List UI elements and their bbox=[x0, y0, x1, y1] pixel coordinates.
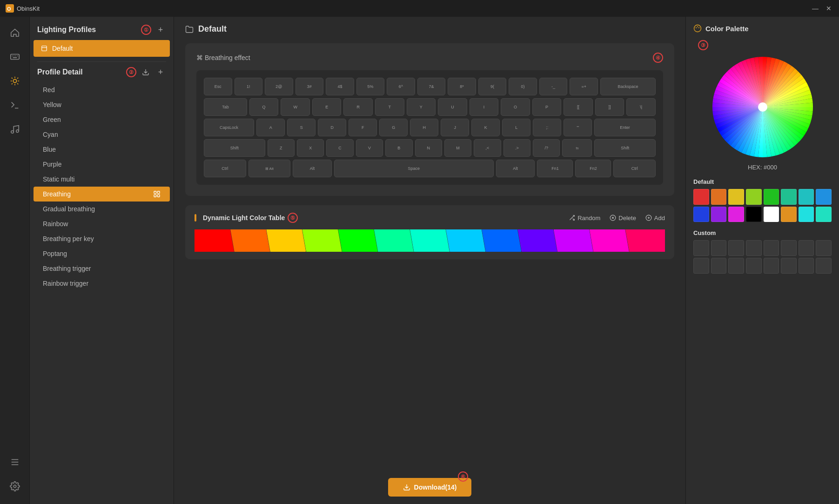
custom-color-7[interactable] bbox=[816, 240, 832, 256]
default-color-14[interactable] bbox=[799, 207, 814, 222]
key-enter[interactable]: Enter bbox=[594, 119, 656, 136]
key-k[interactable]: K bbox=[471, 119, 500, 136]
download-button[interactable]: Download(14) bbox=[388, 478, 472, 497]
key-0[interactable]: 0) bbox=[509, 78, 537, 95]
key-alt-right[interactable]: Alt bbox=[496, 160, 535, 177]
custom-color-5[interactable] bbox=[781, 240, 797, 256]
key-esc[interactable]: Esc bbox=[204, 78, 232, 95]
key-d[interactable]: D bbox=[318, 119, 346, 136]
detail-blue[interactable]: Blue bbox=[34, 142, 170, 157]
color-swatch-8[interactable] bbox=[482, 229, 521, 252]
color-swatch-12[interactable] bbox=[625, 229, 665, 252]
custom-color-15[interactable] bbox=[816, 258, 832, 274]
key-shift-left[interactable]: Shift bbox=[204, 139, 265, 157]
key-slash[interactable]: /? bbox=[533, 139, 560, 157]
detail-purple[interactable]: Purple bbox=[34, 157, 170, 172]
nav-settings[interactable] bbox=[5, 476, 25, 497]
minimize-button[interactable]: — bbox=[812, 5, 819, 12]
default-color-12[interactable] bbox=[764, 207, 779, 222]
default-color-7[interactable] bbox=[816, 189, 832, 205]
custom-color-4[interactable] bbox=[764, 240, 779, 256]
default-color-10[interactable] bbox=[728, 207, 744, 222]
detail-gradual-breathing[interactable]: Gradual breathing bbox=[34, 202, 170, 216]
custom-color-2[interactable] bbox=[728, 240, 744, 256]
color-swatch-5[interactable] bbox=[374, 229, 414, 252]
key-tab[interactable]: Tab bbox=[204, 98, 247, 116]
default-color-5[interactable] bbox=[781, 189, 797, 205]
color-swatch-0[interactable] bbox=[195, 229, 234, 252]
key-y[interactable]: Y bbox=[407, 98, 436, 116]
key-4[interactable]: 4$ bbox=[326, 78, 354, 95]
color-wheel[interactable] bbox=[711, 56, 814, 158]
detail-breathing[interactable]: Breathing bbox=[34, 187, 170, 202]
key-fn1[interactable]: Fn1 bbox=[537, 160, 573, 177]
custom-color-8[interactable] bbox=[693, 258, 709, 274]
default-color-1[interactable] bbox=[711, 189, 727, 205]
key-f[interactable]: F bbox=[349, 119, 377, 136]
nav-lighting[interactable] bbox=[5, 71, 25, 91]
key-p[interactable]: P bbox=[532, 98, 562, 116]
key-7[interactable]: 7& bbox=[417, 78, 446, 95]
custom-color-9[interactable] bbox=[711, 258, 727, 274]
key-5[interactable]: 5% bbox=[356, 78, 385, 95]
key-6[interactable]: 6^ bbox=[387, 78, 415, 95]
key-shift-right[interactable]: Shift bbox=[594, 139, 656, 157]
color-swatch-1[interactable] bbox=[230, 229, 270, 252]
color-swatch-9[interactable] bbox=[517, 229, 557, 252]
key-ctrl-left[interactable]: Ctrl bbox=[204, 160, 246, 177]
key-9[interactable]: 9( bbox=[478, 78, 507, 95]
key-3[interactable]: 3# bbox=[295, 78, 324, 95]
key-z[interactable]: Z bbox=[268, 139, 295, 157]
key-o[interactable]: O bbox=[501, 98, 530, 116]
key-space[interactable]: Space bbox=[334, 160, 494, 177]
detail-rainbow[interactable]: Rainbow bbox=[34, 216, 170, 231]
custom-color-13[interactable] bbox=[781, 258, 797, 274]
key-lbracket[interactable]: [[ bbox=[564, 98, 593, 116]
key-s[interactable]: S bbox=[287, 119, 315, 136]
key-w[interactable]: W bbox=[281, 98, 310, 116]
color-swatch-10[interactable] bbox=[554, 229, 593, 252]
color-swatch-11[interactable] bbox=[590, 229, 629, 252]
detail-rainbow-trigger[interactable]: Rainbow trigger bbox=[34, 276, 170, 291]
key-t[interactable]: T bbox=[375, 98, 404, 116]
color-swatch-3[interactable] bbox=[302, 229, 342, 252]
key-r[interactable]: R bbox=[343, 98, 373, 116]
close-button[interactable]: ✕ bbox=[826, 5, 832, 12]
detail-cyan[interactable]: Cyan bbox=[34, 127, 170, 142]
key-l[interactable]: L bbox=[502, 119, 530, 136]
color-swatch-4[interactable] bbox=[338, 229, 378, 252]
custom-color-0[interactable] bbox=[693, 240, 709, 256]
key-i[interactable]: I bbox=[470, 98, 499, 116]
key-e[interactable]: E bbox=[312, 98, 342, 116]
delete-button[interactable]: Delete bbox=[610, 215, 636, 222]
add-detail-button[interactable]: + bbox=[155, 67, 166, 78]
key-comma[interactable]: ,< bbox=[474, 139, 501, 157]
detail-breathing-trigger[interactable]: Breathing trigger bbox=[34, 261, 170, 276]
detail-poptang[interactable]: Poptang bbox=[34, 246, 170, 261]
key-g[interactable]: G bbox=[379, 119, 408, 136]
key-8[interactable]: 8* bbox=[448, 78, 476, 95]
default-color-2[interactable] bbox=[728, 189, 744, 205]
random-button[interactable]: Random bbox=[569, 215, 600, 222]
detail-yellow[interactable]: Yellow bbox=[34, 97, 170, 112]
default-color-8[interactable] bbox=[693, 207, 709, 222]
key-j[interactable]: J bbox=[441, 119, 469, 136]
key-x[interactable]: X bbox=[297, 139, 324, 157]
key-b[interactable]: B bbox=[385, 139, 412, 157]
key-v[interactable]: V bbox=[356, 139, 383, 157]
add-color-button[interactable]: Add bbox=[645, 215, 665, 222]
nav-layers[interactable] bbox=[5, 452, 25, 472]
default-color-13[interactable] bbox=[781, 207, 797, 222]
key-quote[interactable]: '" bbox=[564, 119, 592, 136]
default-color-3[interactable] bbox=[746, 189, 762, 205]
default-color-15[interactable] bbox=[816, 207, 832, 222]
custom-color-11[interactable] bbox=[746, 258, 762, 274]
key-minus[interactable]: -_ bbox=[539, 78, 568, 95]
key-alt-left[interactable]: Alt bbox=[293, 160, 332, 177]
color-swatch-2[interactable] bbox=[266, 229, 306, 252]
key-h[interactable]: H bbox=[410, 119, 438, 136]
key-period[interactable]: .> bbox=[503, 139, 530, 157]
key-win[interactable]: ⊞ Alt bbox=[248, 160, 291, 177]
custom-color-1[interactable] bbox=[711, 240, 727, 256]
custom-color-10[interactable] bbox=[728, 258, 744, 274]
